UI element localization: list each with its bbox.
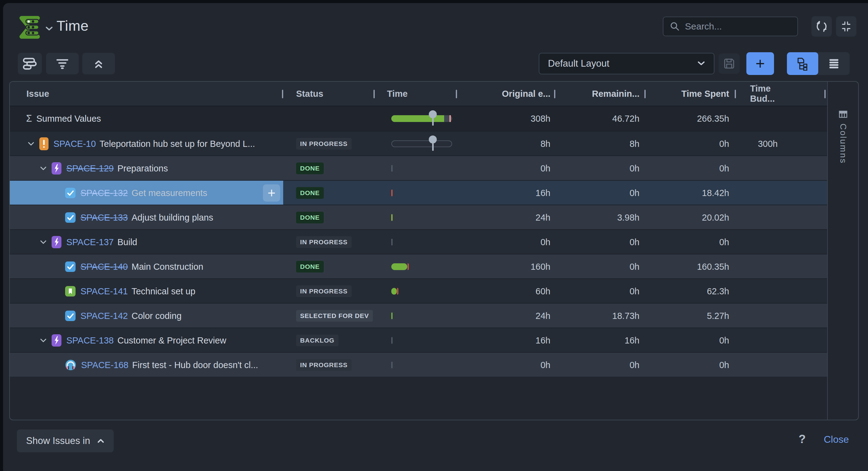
list-view-button[interactable] <box>818 52 849 75</box>
remaining-estimate: 0h <box>555 164 646 174</box>
bolt-icon <box>52 334 61 347</box>
filter-button[interactable] <box>46 53 79 75</box>
issue-summary: Get measurements <box>131 188 207 198</box>
collapse-window-button[interactable] <box>836 16 856 36</box>
column-resize-handle[interactable] <box>735 90 736 98</box>
original-estimate: 160h <box>457 262 555 272</box>
add-child-issue-button[interactable]: + <box>263 184 280 202</box>
layout-select[interactable]: Default Layout <box>539 53 714 75</box>
original-estimate: 0h <box>457 164 555 174</box>
time-spent: 160.35h <box>646 262 736 272</box>
issue-key-link[interactable]: SPACE-168 <box>81 360 128 370</box>
status-badge: DONE <box>296 187 324 199</box>
time-spent: 5.27h <box>646 311 736 321</box>
expand-chevron-icon[interactable] <box>39 165 49 172</box>
collapse-all-button[interactable] <box>82 53 115 75</box>
issue-key-link[interactable]: SPACE-137 <box>66 237 114 247</box>
columns-panel-toggle[interactable]: Columns <box>828 82 858 420</box>
issue-key-link[interactable]: SPACE-133 <box>81 213 128 223</box>
remaining-estimate: 0h <box>555 360 646 370</box>
status-badge: DONE <box>296 212 324 224</box>
original-estimate: 8h <box>457 139 555 149</box>
task-check-icon <box>65 212 75 223</box>
table-row[interactable]: SPACE-168 First test - Hub door doesn't … <box>10 352 827 377</box>
expand-chevron-icon[interactable] <box>39 238 49 246</box>
issue-key-link[interactable]: SPACE-141 <box>81 286 128 296</box>
column-resize-handle[interactable] <box>825 90 826 98</box>
title-chevron-down-icon[interactable] <box>45 26 54 32</box>
table-row[interactable]: SPACE-141 Technical set up IN PROGRESS 6… <box>10 278 827 303</box>
expand-chevron-icon[interactable] <box>39 336 49 345</box>
help-button[interactable]: ? <box>799 433 806 446</box>
columns-table-icon <box>839 111 847 118</box>
columns-panel-label: Columns <box>838 123 848 164</box>
tree-view-button[interactable] <box>787 52 818 75</box>
search-box[interactable] <box>663 17 798 36</box>
time-slider-handle[interactable] <box>429 136 437 151</box>
column-resize-handle[interactable] <box>644 90 646 98</box>
issue-key-link[interactable]: SPACE-138 <box>66 335 114 346</box>
table-header-row: Issue Status Time Original e... Remainin… <box>10 82 827 106</box>
app-logo-icon[interactable] <box>17 16 41 39</box>
column-resize-handle[interactable] <box>373 90 375 98</box>
time-spent: 0h <box>646 139 736 149</box>
time-spent: 18.42h <box>646 188 736 198</box>
column-header-status[interactable]: Status <box>283 89 375 99</box>
task-check-icon <box>65 262 75 272</box>
issue-summary: Adjust building plans <box>131 213 213 223</box>
plus-icon: + <box>268 185 276 201</box>
column-header-issue[interactable]: Issue <box>10 89 283 99</box>
status-badge: DONE <box>296 261 324 272</box>
remaining-estimate: 0h <box>555 286 646 296</box>
original-estimate: 16h <box>457 188 555 198</box>
time-budget: 300h <box>736 139 797 149</box>
table-row[interactable]: SPACE-140 Main Construction DONE 160h 0h… <box>10 254 827 278</box>
time-bar <box>391 362 393 369</box>
summed-original: 308h <box>457 114 555 124</box>
column-resize-handle[interactable] <box>282 90 283 98</box>
issue-summary: Customer & Project Review <box>117 335 226 346</box>
table-row-selected[interactable]: SPACE-132 Get measurements + DONE 16h 0h… <box>10 180 827 205</box>
column-header-time[interactable]: Time <box>375 89 457 99</box>
group-by-button[interactable] <box>18 53 42 75</box>
table-row[interactable]: SPACE-138 Customer & Project Review BACK… <box>10 327 827 352</box>
time-bar <box>391 337 393 344</box>
column-header-original-estimate[interactable]: Original e... <box>457 89 555 99</box>
table-row[interactable]: SPACE-137 Build IN PROGRESS 0h 0h 0h <box>10 229 827 254</box>
issue-key-link[interactable]: SPACE-132 <box>81 188 128 198</box>
table-row[interactable]: SPACE-10 Teleportation hub set up for Be… <box>10 131 827 155</box>
column-header-remaining[interactable]: Remainin... <box>555 89 646 99</box>
add-issue-toolbar-button[interactable]: + <box>746 52 774 75</box>
issue-key-link[interactable]: SPACE-140 <box>81 262 128 272</box>
issue-summary: Teleportation hub set up for Beyond L... <box>99 139 255 149</box>
bookmark-icon <box>65 286 75 296</box>
table-row[interactable]: SPACE-142 Color coding SELECTED FOR DEV … <box>10 303 827 327</box>
search-input[interactable] <box>685 21 791 32</box>
task-check-icon <box>65 311 75 321</box>
time-budget-track <box>391 140 452 147</box>
column-header-time-budget[interactable]: Time Bud... <box>736 84 797 104</box>
remaining-estimate: 0h <box>555 262 646 272</box>
remaining-estimate: 0h <box>555 237 646 247</box>
show-issues-in-button[interactable]: Show Issues in <box>17 430 114 452</box>
summed-values-label: Summed Values <box>36 114 101 124</box>
original-estimate: 60h <box>457 286 555 296</box>
issue-key-link[interactable]: SPACE-129 <box>66 164 114 174</box>
table-row[interactable]: SPACE-129 Preparations DONE 0h 0h 0h <box>10 155 827 180</box>
column-header-time-spent[interactable]: Time Spent <box>646 89 736 99</box>
issue-key-link[interactable]: SPACE-142 <box>81 311 128 321</box>
summed-spent: 266.35h <box>646 114 736 124</box>
refresh-button[interactable] <box>811 16 832 36</box>
time-slider-handle[interactable] <box>429 110 437 126</box>
table-row[interactable]: SPACE-133 Adjust building plans DONE 24h… <box>10 205 827 229</box>
time-spent: 20.02h <box>646 213 736 223</box>
remaining-estimate: 0h <box>555 188 646 198</box>
save-layout-button[interactable] <box>719 54 740 74</box>
close-button[interactable]: Close <box>824 434 849 445</box>
status-badge: IN PROGRESS <box>296 138 352 150</box>
issue-key-link[interactable]: SPACE-10 <box>54 139 96 149</box>
expand-chevron-icon[interactable] <box>27 140 36 148</box>
column-resize-handle[interactable] <box>554 90 555 98</box>
column-resize-handle[interactable] <box>456 90 457 98</box>
search-icon <box>670 21 680 32</box>
